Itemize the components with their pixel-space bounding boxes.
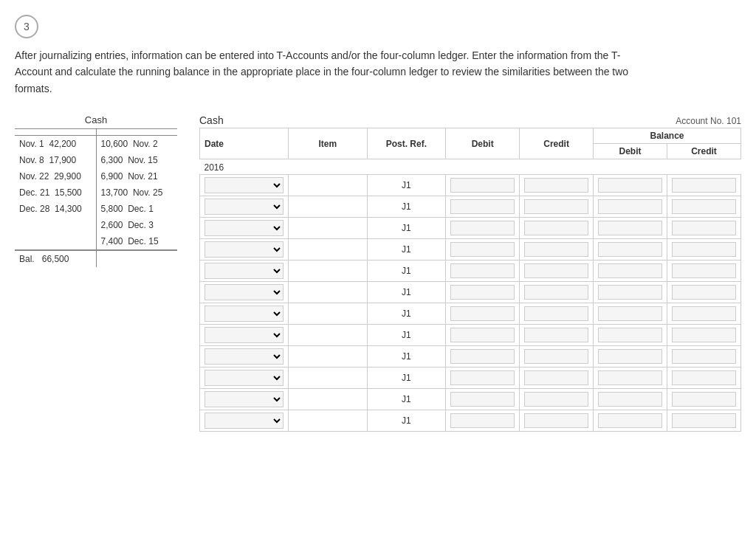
date-dropdown[interactable] [205, 370, 284, 386]
debit-input[interactable] [450, 178, 515, 193]
ledger-row[interactable]: J1 [200, 218, 741, 239]
date-cell[interactable] [200, 218, 289, 239]
debit-input[interactable] [450, 285, 515, 300]
credit-input[interactable] [524, 328, 588, 342]
credit-cell[interactable] [520, 410, 594, 432]
bal-debit-cell[interactable] [594, 261, 667, 282]
debit-cell[interactable] [446, 410, 520, 432]
debit-cell[interactable] [446, 303, 520, 325]
date-cell[interactable] [200, 410, 289, 432]
bal-debit-input[interactable] [598, 349, 662, 364]
date-dropdown[interactable] [205, 220, 284, 236]
bal-debit-input[interactable] [598, 242, 662, 257]
bal-debit-cell[interactable] [594, 410, 667, 432]
ledger-row[interactable]: J1 [200, 196, 741, 218]
ledger-row[interactable]: J1 [200, 239, 741, 261]
ledger-row[interactable]: J1 [200, 410, 741, 432]
debit-cell[interactable] [446, 196, 520, 218]
bal-credit-cell[interactable] [667, 325, 741, 346]
ledger-row[interactable]: J1 [200, 389, 741, 410]
bal-credit-cell[interactable] [667, 239, 741, 261]
bal-credit-input[interactable] [672, 413, 736, 428]
bal-credit-cell[interactable] [667, 389, 741, 410]
debit-cell[interactable] [446, 389, 520, 410]
credit-cell[interactable] [520, 218, 594, 239]
date-cell[interactable] [200, 239, 289, 261]
bal-debit-cell[interactable] [594, 218, 667, 239]
date-cell[interactable] [200, 389, 289, 410]
credit-input[interactable] [524, 263, 588, 278]
date-dropdown[interactable] [205, 348, 284, 365]
bal-credit-input[interactable] [672, 349, 736, 364]
bal-credit-cell[interactable] [667, 218, 741, 239]
bal-debit-input[interactable] [598, 413, 662, 428]
bal-credit-input[interactable] [672, 285, 736, 300]
bal-credit-cell[interactable] [667, 303, 741, 325]
debit-cell[interactable] [446, 239, 520, 261]
credit-cell[interactable] [520, 261, 594, 282]
credit-input[interactable] [524, 349, 588, 364]
bal-credit-cell[interactable] [667, 346, 741, 368]
bal-debit-input[interactable] [598, 285, 662, 300]
ledger-row[interactable]: J1 [200, 282, 741, 303]
bal-debit-input[interactable] [598, 263, 662, 278]
credit-input[interactable] [524, 285, 588, 300]
debit-input[interactable] [450, 306, 515, 321]
bal-debit-cell[interactable] [594, 175, 667, 196]
debit-cell[interactable] [446, 218, 520, 239]
ledger-row[interactable]: J1 [200, 303, 741, 325]
date-dropdown[interactable] [205, 263, 284, 279]
credit-cell[interactable] [520, 346, 594, 368]
credit-input[interactable] [524, 178, 588, 193]
bal-credit-input[interactable] [672, 221, 736, 235]
bal-credit-input[interactable] [672, 178, 736, 193]
debit-input[interactable] [450, 199, 515, 214]
credit-input[interactable] [524, 392, 588, 407]
ledger-row[interactable]: J1 [200, 261, 741, 282]
debit-cell[interactable] [446, 261, 520, 282]
credit-input[interactable] [524, 370, 588, 385]
credit-cell[interactable] [520, 368, 594, 389]
bal-debit-cell[interactable] [594, 389, 667, 410]
date-cell[interactable] [200, 261, 289, 282]
date-dropdown[interactable] [205, 284, 284, 300]
debit-input[interactable] [450, 349, 515, 364]
bal-credit-input[interactable] [672, 306, 736, 321]
debit-input[interactable] [450, 413, 515, 428]
credit-input[interactable] [524, 413, 588, 428]
date-cell[interactable] [200, 196, 289, 218]
debit-input[interactable] [450, 263, 515, 278]
debit-input[interactable] [450, 328, 515, 342]
debit-cell[interactable] [446, 346, 520, 368]
bal-credit-input[interactable] [672, 199, 736, 214]
bal-credit-cell[interactable] [667, 261, 741, 282]
bal-debit-cell[interactable] [594, 196, 667, 218]
bal-credit-input[interactable] [672, 242, 736, 257]
bal-debit-cell[interactable] [594, 303, 667, 325]
date-dropdown[interactable] [205, 327, 284, 343]
bal-credit-cell[interactable] [667, 175, 741, 196]
debit-cell[interactable] [446, 282, 520, 303]
debit-input[interactable] [450, 242, 515, 257]
bal-debit-input[interactable] [598, 199, 662, 214]
bal-credit-input[interactable] [672, 328, 736, 342]
bal-debit-input[interactable] [598, 392, 662, 407]
debit-input[interactable] [450, 370, 515, 385]
date-dropdown[interactable] [205, 177, 284, 193]
bal-credit-cell[interactable] [667, 282, 741, 303]
credit-input[interactable] [524, 242, 588, 257]
credit-cell[interactable] [520, 239, 594, 261]
bal-debit-cell[interactable] [594, 346, 667, 368]
credit-input[interactable] [524, 306, 588, 321]
bal-debit-cell[interactable] [594, 239, 667, 261]
date-dropdown[interactable] [205, 391, 284, 407]
credit-cell[interactable] [520, 389, 594, 410]
credit-cell[interactable] [520, 303, 594, 325]
bal-debit-cell[interactable] [594, 282, 667, 303]
debit-cell[interactable] [446, 175, 520, 196]
debit-input[interactable] [450, 221, 515, 235]
bal-debit-input[interactable] [598, 328, 662, 342]
date-dropdown[interactable] [205, 413, 284, 429]
debit-cell[interactable] [446, 325, 520, 346]
ledger-row[interactable]: J1 [200, 346, 741, 368]
